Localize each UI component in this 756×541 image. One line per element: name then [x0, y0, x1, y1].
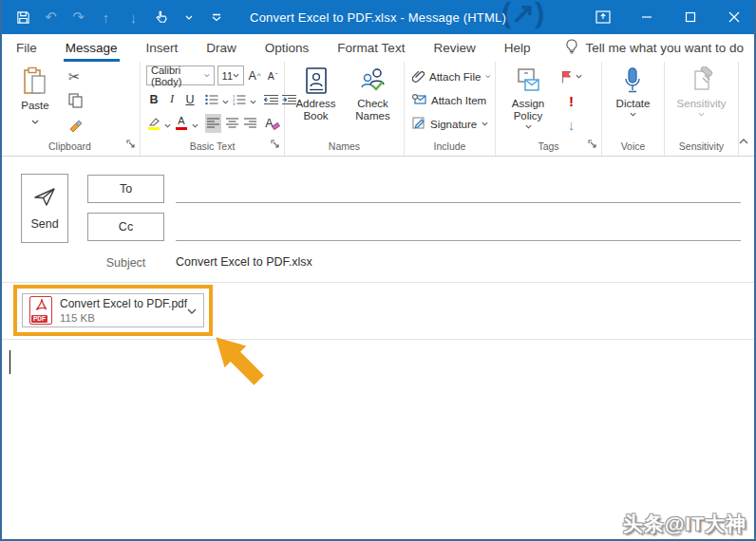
tab-file[interactable]: File	[14, 34, 39, 62]
cc-field[interactable]	[176, 240, 741, 241]
cut-icon[interactable]: ✂	[68, 66, 84, 87]
grow-font-button[interactable]: A^	[247, 66, 262, 85]
format-painter-icon[interactable]	[68, 114, 84, 135]
font-color-button[interactable]: A	[174, 114, 189, 133]
cc-button[interactable]: Cc	[87, 213, 164, 241]
dictate-button[interactable]: Dictate	[616, 65, 651, 139]
font-color-dropdown-icon[interactable]	[192, 115, 198, 132]
group-tags: Assign Policy ! ↓ Tags	[496, 62, 602, 156]
decrease-indent-button[interactable]	[263, 90, 278, 109]
lightbulb-icon	[565, 39, 578, 57]
attachment-dropdown-icon[interactable]	[187, 302, 197, 319]
attach-file-button[interactable]: Attach File	[412, 65, 491, 88]
font-size-select[interactable]: 11	[217, 65, 244, 85]
tab-format-text[interactable]: Format Text	[335, 34, 406, 62]
clipboard-group-label: Clipboard	[0, 139, 140, 156]
low-importance-button[interactable]: ↓	[568, 115, 576, 135]
maximize-button[interactable]	[669, 0, 712, 34]
basic-text-dialog-launcher-icon[interactable]	[271, 136, 280, 153]
follow-up-flag-button[interactable]	[560, 66, 582, 86]
customize-qat-icon[interactable]	[208, 9, 224, 26]
quick-access-toolbar: ↶ ↷ ↑ ↓	[0, 9, 224, 26]
tab-draw[interactable]: Draw	[204, 34, 238, 62]
tab-review[interactable]: Review	[431, 34, 477, 62]
collapse-ribbon-icon[interactable]	[739, 131, 748, 148]
pdf-file-icon: PDF	[29, 296, 52, 325]
group-basic-text: Calibri (Body) 11 A^ Aˇ B I U	[141, 62, 285, 156]
undo-icon[interactable]: ↶	[43, 9, 59, 26]
attach-item-button[interactable]: Attach Item	[412, 88, 491, 112]
attachment-highlight-box: PDF Convert Excel to PDF.pdf 115 KB	[13, 285, 213, 336]
italic-button[interactable]: I	[164, 90, 180, 109]
attachment-card[interactable]: PDF Convert Excel to PDF.pdf 115 KB	[22, 293, 204, 327]
paste-dropdown-icon	[31, 115, 39, 127]
align-center-button[interactable]	[224, 114, 240, 133]
address-book-button[interactable]: Address Book	[291, 65, 342, 139]
window-controls	[581, 0, 756, 34]
clipboard-dialog-launcher-icon[interactable]	[126, 136, 136, 153]
message-body[interactable]: 头条@IT大神	[0, 340, 756, 541]
subject-field[interactable]: Convert Excel to PDF.xlsx	[176, 255, 312, 269]
tab-help[interactable]: Help	[502, 34, 533, 62]
watermark-text: 头条@IT大神	[623, 511, 747, 537]
pdf-badge: PDF	[31, 315, 47, 323]
touch-mouse-mode-icon[interactable]	[153, 9, 169, 26]
attach-item-icon	[412, 93, 426, 107]
ribbon-end-spacer	[739, 62, 756, 156]
bullets-dropdown-icon[interactable]	[222, 91, 229, 108]
svg-text:3: 3	[233, 102, 236, 105]
align-right-button[interactable]	[242, 114, 258, 133]
redo-icon[interactable]: ↷	[70, 9, 86, 26]
underline-button[interactable]: U	[182, 90, 198, 109]
tags-dialog-launcher-icon[interactable]	[588, 136, 597, 153]
check-names-button[interactable]: Check Names	[348, 65, 399, 139]
highlight-dropdown-icon[interactable]	[164, 115, 171, 132]
clipboard-icon	[22, 66, 48, 100]
touch-mode-dropdown-icon[interactable]	[180, 9, 197, 26]
numbering-dropdown-icon[interactable]	[250, 91, 256, 108]
paste-button[interactable]: Paste	[13, 65, 57, 139]
group-voice: Dictate Voice	[602, 62, 665, 156]
text-cursor	[9, 350, 10, 374]
bullets-button[interactable]	[204, 90, 219, 109]
to-button[interactable]: To	[87, 175, 164, 203]
send-button[interactable]: Send	[21, 174, 68, 243]
ribbon: Paste ✂ Clipboard	[0, 62, 756, 157]
voice-group-label: Voice	[602, 139, 664, 156]
outlook-message-window: ↶ ↷ ↑ ↓ (↗) Convert Excel to PDF.xlsx - …	[0, 0, 756, 541]
to-field[interactable]	[176, 202, 741, 203]
signature-button[interactable]: Signature	[412, 112, 491, 136]
move-up-icon[interactable]: ↑	[98, 9, 114, 26]
tell-me-label: Tell me what you want to do	[585, 41, 744, 55]
bold-button[interactable]: B	[146, 90, 161, 109]
tab-options[interactable]: Options	[263, 34, 312, 62]
assign-policy-icon	[515, 66, 541, 98]
tell-me-box[interactable]: Tell me what you want to do	[565, 34, 744, 62]
text-highlight-button[interactable]	[146, 114, 161, 133]
include-group-label: Include	[405, 139, 495, 156]
font-name-select[interactable]: Calibri (Body)	[146, 65, 215, 85]
sensitivity-icon	[690, 66, 714, 98]
minimize-button[interactable]	[625, 0, 669, 34]
signature-icon	[412, 117, 425, 132]
assign-policy-button[interactable]: Assign Policy	[503, 65, 553, 139]
move-down-icon[interactable]: ↓	[125, 9, 142, 26]
subject-label: Subject	[87, 256, 164, 270]
save-icon[interactable]	[15, 9, 31, 26]
paperclip-icon	[412, 69, 425, 84]
copy-icon[interactable]	[68, 90, 84, 111]
align-left-button[interactable]	[205, 114, 221, 133]
tab-message[interactable]: Message	[64, 34, 120, 62]
sensitivity-group-label: Sensitivity	[665, 139, 738, 156]
ribbon-display-options-icon[interactable]	[581, 0, 625, 34]
names-group-label: Names	[285, 139, 404, 156]
close-button[interactable]	[712, 0, 756, 34]
title-bar: ↶ ↷ ↑ ↓ (↗) Convert Excel to PDF.xlsx - …	[0, 0, 756, 34]
numbering-button[interactable]: 123	[232, 90, 247, 109]
sensitivity-button: Sensitivity	[677, 65, 727, 139]
high-importance-button[interactable]: !	[569, 91, 574, 111]
clear-formatting-button[interactable]: A	[265, 114, 280, 133]
shrink-font-button[interactable]: Aˇ	[265, 66, 280, 85]
attachment-separator-top	[0, 282, 756, 283]
tab-insert[interactable]: Insert	[144, 34, 180, 62]
